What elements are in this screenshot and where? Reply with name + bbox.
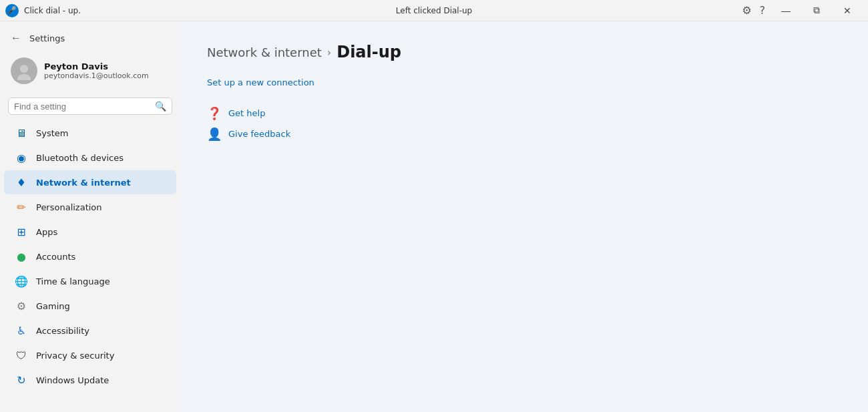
app-body: ← Settings Peyton Davis peytondavis.1@ou… <box>0 21 868 412</box>
accessibility-icon: ♿ <box>15 324 28 337</box>
personalization-icon: ✏ <box>15 200 28 214</box>
get-help-icon: ❓ <box>207 106 222 120</box>
sidebar-item-system[interactable]: 🖥System <box>4 121 176 145</box>
minimize-button[interactable]: — <box>771 0 801 21</box>
settings-label: Settings <box>27 33 65 43</box>
give-feedback-label: Give feedback <box>228 129 290 139</box>
sidebar-item-label-apps: Apps <box>36 227 57 237</box>
breadcrumb-parent: Network & internet <box>207 45 322 59</box>
sidebar-item-bluetooth[interactable]: ◉Bluetooth & devices <box>4 146 176 170</box>
svg-point-1 <box>17 74 31 80</box>
time-icon: 🌐 <box>15 274 28 288</box>
titlebar-controls: — ⧉ ✕ <box>771 0 863 21</box>
close-button[interactable]: ✕ <box>832 0 863 21</box>
privacy-icon: 🛡 <box>15 349 28 362</box>
breadcrumb-separator: › <box>327 46 331 59</box>
titlebar-center-title: Left clicked Dial-up <box>396 6 472 15</box>
user-info: Peyton Davis peytondavis.1@outlook.com <box>44 61 149 80</box>
apps-icon: ⊞ <box>15 225 28 238</box>
sidebar-item-update[interactable]: ↻Windows Update <box>4 368 176 392</box>
help-item-get-help[interactable]: ❓Get help <box>207 106 841 120</box>
user-profile: Peyton Davis peytondavis.1@outlook.com <box>0 52 180 95</box>
sidebar-item-privacy[interactable]: 🛡Privacy & security <box>4 343 176 367</box>
sidebar-item-personalization[interactable]: ✏Personalization <box>4 195 176 219</box>
user-name: Peyton Davis <box>44 61 149 71</box>
user-email: peytondavis.1@outlook.com <box>44 71 149 80</box>
restore-button[interactable]: ⧉ <box>801 0 832 21</box>
sidebar-item-accounts[interactable]: ●Accounts <box>4 244 176 268</box>
search-input[interactable] <box>14 101 155 112</box>
sidebar-item-label-system: System <box>36 128 68 138</box>
sidebar-item-network[interactable]: ♦Network & internet <box>4 170 176 194</box>
avatar <box>11 57 37 84</box>
titlebar-icons: ⚙ ? <box>742 4 765 17</box>
update-icon: ↻ <box>15 373 28 387</box>
sidebar-item-label-bluetooth: Bluetooth & devices <box>36 153 124 163</box>
network-icon: ♦ <box>15 176 28 189</box>
titlebar-left: 🎤 Click dial - up. <box>5 4 81 17</box>
main-content: Network & internet › Dial-up Set up a ne… <box>180 21 868 412</box>
accounts-icon: ● <box>15 250 28 263</box>
setup-link[interactable]: Set up a new connection <box>207 77 841 87</box>
sidebar-item-gaming[interactable]: ⚙Gaming <box>4 294 176 318</box>
sidebar-item-label-personalization: Personalization <box>36 202 102 212</box>
give-feedback-icon: 👤 <box>207 127 222 141</box>
breadcrumb: Network & internet › Dial-up <box>207 43 841 61</box>
sidebar-nav: ← Settings <box>0 29 180 52</box>
titlebar: 🎤 Click dial - up. Left clicked Dial-up … <box>0 0 868 21</box>
sidebar: ← Settings Peyton Davis peytondavis.1@ou… <box>0 21 180 412</box>
app-icon: 🎤 <box>5 4 19 17</box>
sidebar-item-time[interactable]: 🌐Time & language <box>4 269 176 293</box>
sidebar-item-label-accessibility: Accessibility <box>36 326 89 336</box>
bluetooth-icon: ◉ <box>15 151 28 164</box>
breadcrumb-current: Dial-up <box>337 43 401 61</box>
sidebar-item-label-gaming: Gaming <box>36 301 70 311</box>
sidebar-item-accessibility[interactable]: ♿Accessibility <box>4 319 176 343</box>
nav-items: 🖥System◉Bluetooth & devices♦Network & in… <box>0 120 180 412</box>
search-box[interactable]: 🔍 <box>8 97 172 115</box>
help-icon[interactable]: ? <box>760 4 766 17</box>
get-help-label: Get help <box>228 108 265 118</box>
svg-point-0 <box>20 65 28 73</box>
back-button[interactable]: ← <box>5 29 27 47</box>
system-icon: 🖥 <box>15 126 28 140</box>
sidebar-item-label-accounts: Accounts <box>36 252 75 262</box>
titlebar-app-title: Click dial - up. <box>24 6 81 15</box>
help-section: ❓Get help👤Give feedback <box>207 106 841 141</box>
settings-icon[interactable]: ⚙ <box>742 4 751 17</box>
search-icon: 🔍 <box>155 101 166 112</box>
sidebar-item-label-update: Windows Update <box>36 375 109 385</box>
help-item-give-feedback[interactable]: 👤Give feedback <box>207 127 841 141</box>
sidebar-item-label-network: Network & internet <box>36 178 131 188</box>
sidebar-item-apps[interactable]: ⊞Apps <box>4 220 176 244</box>
sidebar-item-label-privacy: Privacy & security <box>36 351 114 361</box>
gaming-icon: ⚙ <box>15 299 28 313</box>
sidebar-item-label-time: Time & language <box>36 276 110 286</box>
